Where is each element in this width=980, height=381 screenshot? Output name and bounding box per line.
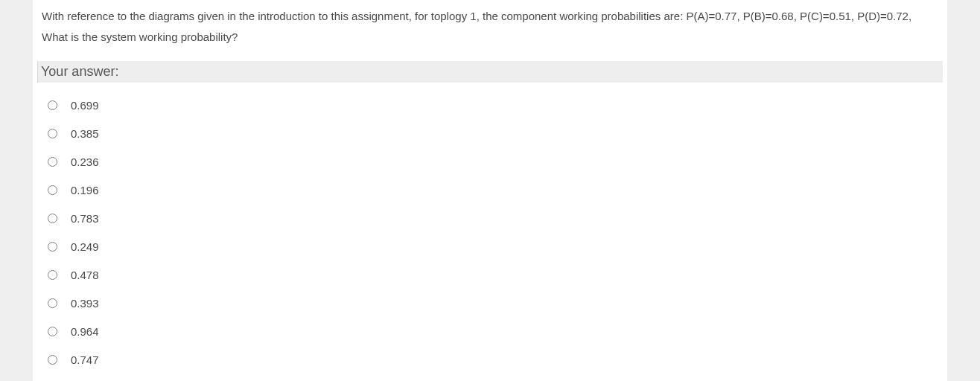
option-label: 0.393 — [71, 297, 99, 310]
option-radio[interactable] — [48, 214, 57, 223]
option-label: 0.747 — [71, 353, 99, 366]
option-radio[interactable] — [48, 327, 57, 336]
option-row[interactable]: 0.236 — [48, 148, 947, 176]
option-label: 0.385 — [71, 127, 99, 140]
option-label: 0.236 — [71, 156, 99, 168]
option-radio[interactable] — [48, 157, 57, 167]
question-text: With reference to the diagrams given in … — [33, 0, 947, 61]
option-row[interactable]: 0.385 — [48, 120, 947, 148]
option-radio[interactable] — [48, 298, 57, 308]
option-label: 0.964 — [71, 325, 99, 338]
option-row[interactable]: 0.478 — [48, 261, 947, 289]
option-radio[interactable] — [48, 129, 57, 138]
option-radio[interactable] — [48, 270, 57, 280]
option-row[interactable]: 0.964 — [48, 318, 947, 346]
question-card: With reference to the diagrams given in … — [33, 0, 947, 381]
option-radio[interactable] — [48, 242, 57, 252]
option-row[interactable]: 0.783 — [48, 205, 947, 233]
option-label: 0.783 — [71, 212, 99, 225]
option-radio[interactable] — [48, 100, 57, 110]
options-list: 0.699 0.385 0.236 0.196 0.783 0.249 0.47… — [33, 90, 947, 374]
option-label: 0.478 — [71, 269, 99, 281]
option-row[interactable]: 0.393 — [48, 289, 947, 318]
option-row[interactable]: 0.747 — [48, 346, 947, 374]
option-label: 0.249 — [71, 240, 99, 253]
option-radio[interactable] — [48, 355, 57, 365]
option-row[interactable]: 0.699 — [48, 92, 947, 120]
option-label: 0.699 — [71, 99, 99, 112]
answer-header: Your answer: — [37, 61, 943, 83]
option-label: 0.196 — [71, 184, 99, 196]
option-row[interactable]: 0.249 — [48, 233, 947, 261]
option-row[interactable]: 0.196 — [48, 176, 947, 205]
option-radio[interactable] — [48, 185, 57, 195]
